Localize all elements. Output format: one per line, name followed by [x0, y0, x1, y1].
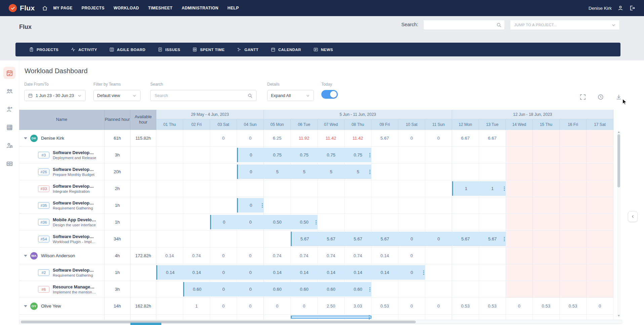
issue-badge[interactable]: #6 [38, 286, 49, 293]
global-search-input[interactable] [426, 21, 495, 29]
nav-item-timesheet[interactable]: TIMESHEET [148, 6, 173, 10]
sidebar-item-allocation-grid[interactable] [3, 121, 15, 133]
horizontal-scrollbar-thumb[interactable] [21, 321, 416, 323]
issue-badge[interactable]: #36 [38, 219, 49, 226]
issue-badge[interactable]: #3 [38, 152, 49, 158]
issue-subject[interactable]: Design the user interface [53, 223, 96, 227]
tab-spent-time[interactable]: SPENT TIME [192, 47, 225, 52]
horizontal-scrollbar[interactable] [19, 320, 622, 324]
issue-badge[interactable]: #33 [38, 185, 49, 192]
issue-badge[interactable]: #26 [38, 169, 49, 175]
issue-subject[interactable]: Deployment and Release [53, 156, 96, 160]
search-filter: Search [150, 82, 256, 101]
scroll-down-arrow-icon[interactable] [618, 315, 620, 317]
timeline-cell [479, 315, 506, 320]
issue-subject[interactable]: Workload Plugin - Implementation [53, 240, 96, 244]
leave-overlay [506, 147, 613, 163]
tab-projects[interactable]: PROJECTS [29, 47, 58, 52]
day-header: 02 Fri [183, 119, 210, 130]
workload-value: 0 [210, 247, 237, 264]
allocation-bar[interactable]: 0.140.14000.140.140.140.140.140 [156, 265, 425, 280]
collapse-panel-button[interactable] [628, 211, 638, 222]
tab-label: PROJECTS [37, 48, 58, 52]
current-user-name[interactable]: Denise Kirk [589, 6, 612, 11]
nav-item-my-page[interactable]: MY PAGE [53, 6, 72, 10]
drag-handle-icon[interactable] [262, 203, 263, 207]
allocation-bar[interactable]: 0 [237, 198, 264, 213]
history-button[interactable] [597, 94, 604, 100]
issue-badge[interactable]: #54 [38, 236, 49, 242]
allocation-bar[interactable] [291, 316, 371, 319]
tab-agile-board[interactable]: AGILE BOARD [109, 47, 146, 52]
bar-value: 0 [425, 236, 452, 241]
allocation-bar[interactable]: 05555 [237, 165, 371, 179]
tab-gantt[interactable]: GANTT [237, 47, 258, 52]
allocation-bar[interactable]: 000.500.50 [210, 215, 318, 229]
chevron-left-icon [631, 214, 635, 219]
leave-overlay [506, 214, 613, 230]
date-range-picker[interactable]: 1 Jun 23 - 30 Jun 23 [24, 90, 86, 101]
teams-select[interactable]: Default view [93, 90, 140, 101]
issue-badge[interactable]: #2 [38, 269, 49, 276]
user-icon[interactable] [617, 5, 623, 11]
issue-text: Software DevelopmentRequirement Gatherin… [53, 268, 96, 277]
search-icon[interactable] [496, 22, 502, 28]
tab-calendar[interactable]: CALENDAR [271, 47, 301, 52]
drag-handle-icon[interactable] [504, 186, 505, 191]
drag-handle-icon[interactable] [316, 220, 317, 224]
today-toggle[interactable] [321, 90, 338, 99]
drag-handle-icon[interactable] [369, 170, 370, 174]
sidebar-item-budget[interactable] [3, 157, 15, 170]
brand[interactable]: Flux [9, 4, 35, 12]
sidebar-item-teams[interactable] [3, 85, 15, 97]
issue-subject[interactable]: Integrate Registration [53, 189, 96, 193]
allocation-bar[interactable]: 0.60000.600.600.600.60 [183, 282, 371, 296]
issue-text: Software DevelopmentWorkload Plugin - Im… [53, 234, 96, 244]
vertical-scrollbar-thumb[interactable] [617, 134, 620, 187]
fullscreen-button[interactable] [579, 94, 586, 100]
logout-icon[interactable] [629, 5, 635, 11]
timeline-cell [264, 231, 291, 247]
nav-item-workload[interactable]: WORKLOAD [114, 6, 139, 10]
drag-handle-icon[interactable] [369, 315, 370, 319]
jump-to-project-select[interactable]: JUMP TO A PROJECT... [510, 20, 620, 30]
timeline-cell [371, 180, 398, 197]
issue-subject[interactable]: Implement the mention feature [53, 290, 96, 294]
expand-caret-icon[interactable] [24, 137, 27, 139]
drag-handle-icon[interactable] [369, 287, 370, 291]
tab-label: GANTT [244, 48, 258, 52]
details-select[interactable]: Expand All [267, 90, 314, 101]
vertical-scrollbar[interactable] [617, 130, 620, 318]
issue-badge[interactable]: #35 [38, 202, 49, 209]
allocation-bar[interactable]: 00.750.750.750.75 [237, 148, 371, 162]
timeline-cell [371, 197, 398, 214]
today-group: Today [321, 82, 338, 99]
drag-handle-icon[interactable] [504, 237, 505, 241]
sidebar-item-resource-plan[interactable] [3, 103, 15, 115]
scroll-up-arrow-icon[interactable] [618, 131, 620, 133]
sidebar-item-resource-search[interactable] [3, 139, 15, 151]
drag-handle-icon[interactable] [369, 153, 370, 157]
allocation-bar[interactable]: 11 [452, 181, 506, 196]
tab-issues[interactable]: ISSUES [158, 47, 180, 52]
download-button[interactable] [615, 94, 622, 100]
search-icon[interactable] [247, 93, 253, 98]
tab-news[interactable]: NEWS [313, 47, 333, 52]
nav-item-projects[interactable]: PROJECTS [82, 6, 105, 10]
chevron-down-icon [306, 93, 310, 98]
drag-handle-icon[interactable] [423, 270, 424, 275]
home-icon[interactable] [42, 5, 48, 11]
bottom-scroll-indicator[interactable] [130, 323, 161, 325]
allocation-bar[interactable]: 5.675.675.675.67005.675.67 [291, 232, 506, 246]
issue-subject[interactable]: Requirement Gathering [53, 206, 96, 210]
workload-value: 0 [398, 298, 425, 314]
expand-caret-icon[interactable] [24, 255, 27, 257]
sidebar-item-workload[interactable] [3, 67, 15, 79]
nav-item-administration[interactable]: ADMINISTRATION [182, 6, 218, 10]
nav-item-help[interactable]: HELP [228, 6, 239, 10]
search-filter-input[interactable] [154, 93, 245, 98]
issue-subject[interactable]: Prepare Monthly Budget [53, 173, 96, 177]
expand-caret-icon[interactable] [24, 305, 27, 307]
tab-activity[interactable]: ACTIVITY [71, 47, 97, 52]
issue-subject[interactable]: Requirement Gathering [53, 273, 96, 277]
